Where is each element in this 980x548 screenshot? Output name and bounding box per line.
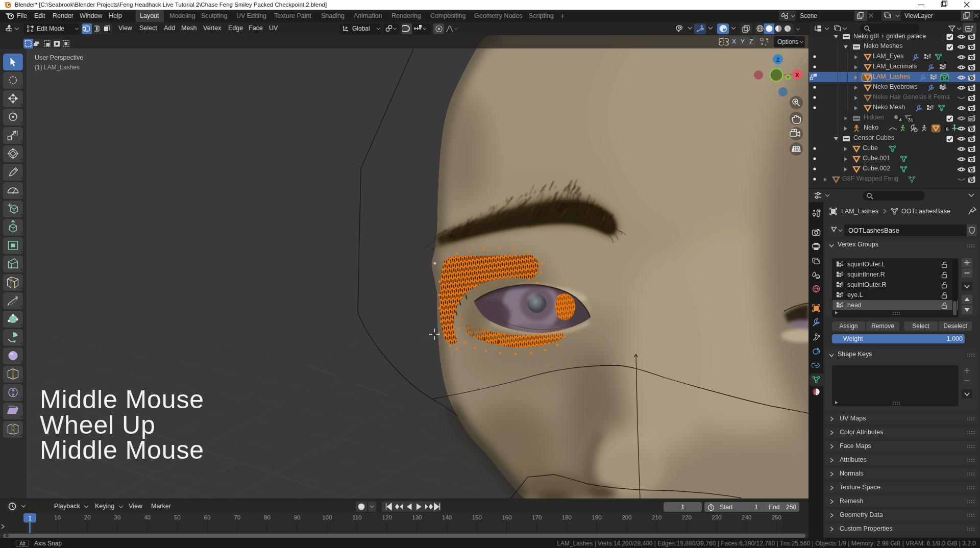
svg-text:6: 6 (946, 126, 948, 132)
svg-text:4: 4 (899, 117, 901, 122)
svg-text:Y: Y (787, 75, 790, 80)
svg-text:User Perspective: User Perspective (35, 54, 83, 61)
svg-text:Middle Mouse: Middle Mouse (40, 436, 204, 464)
svg-text:Middle Mouse: Middle Mouse (40, 385, 204, 414)
svg-text:(1) LAM_Lashes: (1) LAM_Lashes (35, 64, 80, 71)
svg-text:Z: Z (776, 57, 780, 63)
svg-text:31: 31 (908, 117, 914, 122)
svg-text:Wheel Up: Wheel Up (40, 411, 156, 439)
svg-text:X: X (795, 72, 799, 78)
